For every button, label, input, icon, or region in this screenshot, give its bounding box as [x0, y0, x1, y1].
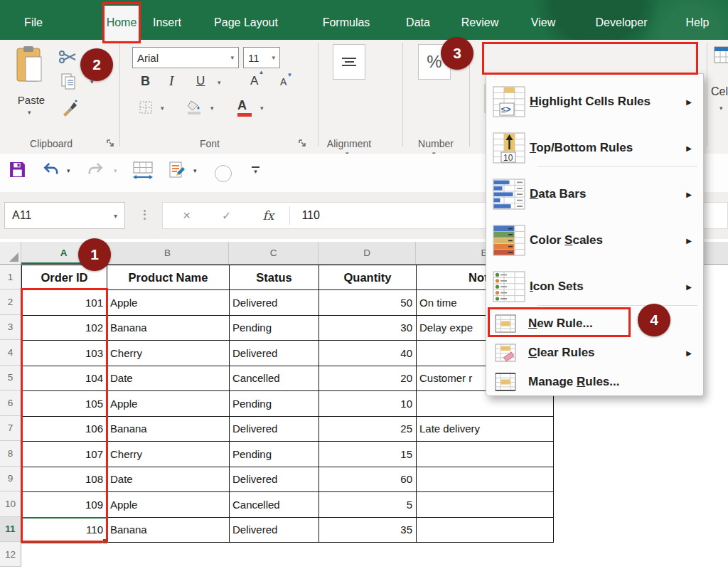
cell-B5[interactable]: Date [107, 366, 230, 392]
shrink-font-button[interactable]: A▼ [280, 76, 287, 87]
formula-bar-value[interactable]: 110 [301, 209, 320, 222]
row-header-5[interactable]: 5 [0, 366, 21, 391]
select-all-corner[interactable] [0, 242, 21, 264]
cell-D9[interactable]: 60 [319, 467, 417, 493]
cell-E10[interactable] [417, 492, 554, 518]
cut-button[interactable] [58, 47, 78, 70]
row-header-8[interactable]: 8 [0, 441, 21, 467]
underline-button[interactable]: U [196, 74, 205, 88]
cell-B2[interactable]: Apple [107, 290, 230, 316]
column-header-B[interactable]: B [107, 242, 229, 264]
column-width-button[interactable] [132, 161, 154, 184]
menu-item-manage-rules[interactable]: Manage Rules... [486, 368, 703, 395]
edit-form-dropdown-icon[interactable]: ▾ [193, 168, 197, 174]
row-header-7[interactable]: 7 [0, 416, 21, 442]
oval-shape-icon[interactable] [215, 165, 232, 182]
cell-D5[interactable]: 20 [319, 366, 417, 392]
cell-C8[interactable]: Pending [230, 442, 319, 467]
enter-icon[interactable]: ✓ [222, 209, 231, 223]
cell-E9[interactable] [417, 467, 554, 493]
row-header-2[interactable]: 2 [0, 289, 21, 315]
column-header-C[interactable]: C [229, 242, 318, 264]
cell-C7[interactable]: Delivered [230, 417, 319, 442]
tab-help[interactable]: Help [680, 6, 715, 40]
cell-C1[interactable]: Status [230, 265, 319, 290]
cell-D3[interactable]: 30 [319, 316, 417, 341]
menu-item-top-bottom-rules[interactable]: 10 Top/Bottom Rules ▶ [486, 127, 703, 169]
cell-B1[interactable]: Product Name [107, 265, 230, 290]
cell-C4[interactable]: Delivered [230, 341, 319, 366]
font-size-select[interactable]: 11 ▾ [243, 47, 280, 68]
cell-E8[interactable] [417, 442, 554, 467]
paste-dropdown-icon[interactable]: ▾ [28, 110, 31, 116]
column-header-D[interactable]: D [318, 242, 416, 264]
tab-formulas[interactable]: Formulas [314, 6, 379, 40]
tab-review[interactable]: Review [453, 6, 507, 40]
insert-function-icon[interactable]: fx [263, 208, 274, 223]
row-header-3[interactable]: 3 [0, 315, 21, 341]
cell-B8[interactable]: Cherry [107, 442, 230, 467]
menu-item-data-bars[interactable]: Data Bars ▶ [486, 174, 703, 215]
tab-page-layout[interactable]: Page Layout [205, 6, 287, 40]
row-header-9[interactable]: 9 [0, 467, 21, 492]
tab-developer[interactable]: Developer [580, 6, 663, 40]
alignment-button[interactable] [333, 44, 365, 80]
row-header-6[interactable]: 6 [0, 390, 21, 416]
font-name-select[interactable]: Arial ▾ [132, 47, 239, 68]
name-box[interactable]: A11 ▾ [4, 202, 125, 229]
grow-font-button[interactable]: A▲ [250, 74, 258, 88]
save-button[interactable] [9, 161, 26, 181]
cell-D8[interactable]: 15 [319, 442, 417, 467]
cell-C6[interactable]: Pending [230, 391, 319, 417]
cell-D10[interactable]: 5 [319, 492, 417, 518]
cells-dropdown-icon[interactable]: ▾ [719, 105, 723, 112]
edit-form-button[interactable] [168, 161, 186, 182]
cell-D2[interactable]: 50 [319, 290, 417, 316]
cell-C2[interactable]: Delivered [230, 290, 319, 316]
tab-insert[interactable]: Insert [148, 6, 186, 40]
font-color-dropdown-icon[interactable]: ▾ [260, 105, 264, 112]
cell-C11[interactable]: Delivered [230, 518, 319, 543]
row-header-1[interactable]: 1 [0, 265, 21, 289]
menu-item-icon-sets[interactable]: Icon Sets ▶ [486, 266, 703, 307]
cell-C9[interactable]: Delivered [230, 467, 319, 493]
tab-data[interactable]: Data [399, 6, 437, 40]
row-header-11[interactable]: 11 [0, 517, 21, 543]
cell-C10[interactable]: Cancelled [230, 492, 319, 518]
menu-item-clear-rules[interactable]: Clear Rules ▶ [486, 339, 703, 366]
fill-color-dropdown-icon[interactable]: ▾ [210, 105, 214, 112]
formula-bar-resize-handle[interactable] [144, 208, 146, 221]
underline-dropdown-icon[interactable]: ▾ [218, 80, 221, 86]
format-painter-button[interactable] [61, 98, 80, 119]
clipboard-dialog-launcher-icon[interactable] [107, 138, 115, 151]
cell-B9[interactable]: Date [107, 467, 230, 493]
cell-B6[interactable]: Apple [107, 391, 230, 417]
undo-button[interactable] [43, 162, 60, 179]
cell-C5[interactable]: Cancelled [230, 366, 319, 392]
cell-B3[interactable]: Banana [107, 316, 230, 341]
font-dialog-launcher-icon[interactable] [299, 138, 307, 151]
cells-button[interactable] [714, 46, 728, 68]
undo-dropdown-icon[interactable]: ▾ [67, 168, 70, 174]
fill-color-button[interactable] [186, 100, 203, 118]
customize-toolbar-icon[interactable]: ▾ [252, 166, 259, 174]
borders-button[interactable] [139, 101, 152, 117]
row-header-4[interactable]: 4 [0, 340, 21, 366]
cell-B4[interactable]: Cherry [107, 341, 230, 366]
menu-item-highlight-cells-rules[interactable]: ≤> Highlight Cells Rules ▶ [486, 81, 703, 122]
font-color-button[interactable]: A [237, 98, 252, 117]
cell-C3[interactable]: Pending [230, 316, 319, 341]
cell-B10[interactable]: Apple [107, 492, 230, 518]
cell-B7[interactable]: Banana [107, 417, 230, 442]
cell-D11[interactable]: 35 [319, 518, 417, 543]
tab-view[interactable]: View [524, 6, 562, 40]
paste-button[interactable] [16, 46, 44, 85]
row-header-10[interactable]: 10 [0, 491, 21, 517]
cell-D7[interactable]: 25 [319, 417, 417, 442]
cell-E11[interactable] [417, 518, 554, 543]
cell-D6[interactable]: 10 [319, 391, 417, 417]
italic-button[interactable]: I [169, 73, 173, 89]
cell-B11[interactable]: Banana [107, 518, 230, 543]
bold-button[interactable]: B [141, 74, 150, 89]
borders-dropdown-icon[interactable]: ▾ [161, 105, 164, 112]
